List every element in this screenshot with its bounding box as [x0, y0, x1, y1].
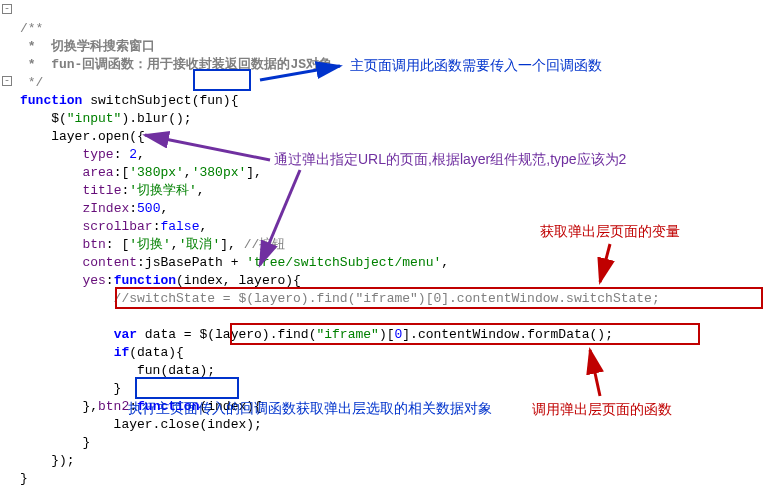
line-content: content:jsBasePath + 'tree/switchSubject… [20, 255, 449, 270]
box-switchstate [115, 287, 763, 309]
doc-open: /** [20, 21, 43, 36]
annotation-callback: 主页面调用此函数需要传入一个回调函数 [350, 56, 602, 74]
box-formdata [230, 323, 700, 345]
gutter: - - [0, 0, 18, 504]
line-area: area:['380px','380px'], [20, 165, 262, 180]
line-close-fn: } [20, 471, 28, 486]
line-zindex: zIndex:500, [20, 201, 168, 216]
line-type: type: 2, [20, 147, 145, 162]
line-yes: yes:function(index, layero){ [20, 273, 301, 288]
fold-marker-doc[interactable]: - [2, 4, 12, 14]
annotation-getvar: 获取弹出层页面的变量 [540, 222, 680, 240]
line-btn: btn: ['切换','取消'], //按钮 [20, 237, 285, 252]
line-close-btn2: } [20, 435, 90, 450]
line-blur: $("input").blur(); [20, 111, 192, 126]
box-fun-data [135, 377, 239, 399]
kw-function: function [20, 93, 82, 108]
doc-l2: * fun-回调函数：用于接收封装返回数据的JS对象 [20, 57, 332, 72]
line-close-if: } [20, 381, 121, 396]
line-layer-close: layer.close(index); [20, 417, 262, 432]
line-fun-data: fun(data); [20, 363, 215, 378]
box-fun-param [193, 69, 251, 91]
annotation-exec-callback: 执行主页面传入的回调函数获取弹出层选取的相关数据对象 [128, 399, 492, 417]
line-scrollbar: scrollbar:false, [20, 219, 207, 234]
line-title: title:'切换学科', [20, 183, 205, 198]
line-if: if(data){ [20, 345, 184, 360]
annotation-callfn: 调用弹出层页面的函数 [532, 400, 672, 418]
line-close-open: }); [20, 453, 75, 468]
annotation-type2: 通过弹出指定URL的页面,根据layer组件规范,type应该为2 [274, 150, 626, 168]
line-layer-open: layer.open({ [20, 129, 145, 144]
fold-marker-fn[interactable]: - [2, 76, 12, 86]
doc-l1: * 切换学科搜索窗口 [20, 39, 155, 54]
doc-l3: */ [20, 75, 43, 90]
fn-decl: switchSubject(fun){ [82, 93, 238, 108]
